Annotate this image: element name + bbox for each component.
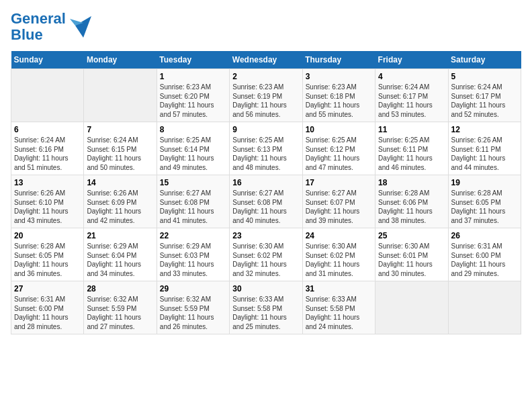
day-number: 7 — [87, 125, 153, 134]
calendar-cell: 19Sunrise: 6:28 AM Sunset: 6:05 PM Dayli… — [448, 175, 521, 228]
calendar-cell: 22Sunrise: 6:29 AM Sunset: 6:03 PM Dayli… — [157, 228, 229, 281]
calendar-cell: 4Sunrise: 6:24 AM Sunset: 6:17 PM Daylig… — [375, 69, 448, 122]
day-info: Sunrise: 6:29 AM Sunset: 6:03 PM Dayligh… — [160, 242, 226, 278]
weekday-header-wednesday: Wednesday — [230, 51, 302, 69]
day-info: Sunrise: 6:24 AM Sunset: 6:17 PM Dayligh… — [378, 83, 445, 119]
calendar-cell — [11, 69, 84, 122]
day-info: Sunrise: 6:25 AM Sunset: 6:13 PM Dayligh… — [232, 136, 299, 172]
calendar-cell: 27Sunrise: 6:31 AM Sunset: 6:00 PM Dayli… — [11, 281, 84, 334]
day-info: Sunrise: 6:26 AM Sunset: 6:11 PM Dayligh… — [451, 136, 518, 172]
week-row-5: 27Sunrise: 6:31 AM Sunset: 6:00 PM Dayli… — [11, 281, 521, 334]
weekday-header-saturday: Saturday — [448, 51, 521, 69]
weekday-header-sunday: Sunday — [11, 51, 84, 69]
day-number: 3 — [306, 72, 372, 81]
day-info: Sunrise: 6:28 AM Sunset: 6:05 PM Dayligh… — [14, 242, 81, 278]
day-number: 20 — [14, 231, 81, 240]
day-number: 30 — [232, 284, 299, 293]
calendar-cell: 30Sunrise: 6:33 AM Sunset: 5:58 PM Dayli… — [230, 281, 302, 334]
page-header: General Blue — [11, 11, 521, 43]
calendar-cell: 2Sunrise: 6:23 AM Sunset: 6:19 PM Daylig… — [230, 69, 302, 122]
calendar-cell: 3Sunrise: 6:23 AM Sunset: 6:18 PM Daylig… — [302, 69, 375, 122]
day-number: 10 — [306, 125, 372, 134]
day-number: 21 — [87, 231, 153, 240]
day-info: Sunrise: 6:26 AM Sunset: 6:10 PM Dayligh… — [14, 189, 81, 225]
day-number: 12 — [451, 125, 518, 134]
day-info: Sunrise: 6:24 AM Sunset: 6:17 PM Dayligh… — [451, 83, 518, 119]
day-info: Sunrise: 6:27 AM Sunset: 6:07 PM Dayligh… — [306, 189, 372, 225]
calendar-cell: 24Sunrise: 6:30 AM Sunset: 6:02 PM Dayli… — [302, 228, 375, 281]
calendar-cell: 29Sunrise: 6:32 AM Sunset: 5:59 PM Dayli… — [157, 281, 229, 334]
weekday-header-friday: Friday — [375, 51, 448, 69]
day-info: Sunrise: 6:31 AM Sunset: 6:00 PM Dayligh… — [14, 295, 81, 331]
week-row-4: 20Sunrise: 6:28 AM Sunset: 6:05 PM Dayli… — [11, 228, 521, 281]
calendar-cell: 14Sunrise: 6:26 AM Sunset: 6:09 PM Dayli… — [84, 175, 157, 228]
calendar-cell: 6Sunrise: 6:24 AM Sunset: 6:16 PM Daylig… — [11, 122, 84, 175]
day-info: Sunrise: 6:32 AM Sunset: 5:59 PM Dayligh… — [160, 295, 226, 331]
calendar-cell: 18Sunrise: 6:28 AM Sunset: 6:06 PM Dayli… — [375, 175, 448, 228]
calendar-cell: 26Sunrise: 6:31 AM Sunset: 6:00 PM Dayli… — [448, 228, 521, 281]
day-info: Sunrise: 6:30 AM Sunset: 6:02 PM Dayligh… — [232, 242, 299, 278]
day-info: Sunrise: 6:25 AM Sunset: 6:12 PM Dayligh… — [306, 136, 372, 172]
calendar-cell: 16Sunrise: 6:27 AM Sunset: 6:08 PM Dayli… — [230, 175, 302, 228]
calendar-cell: 25Sunrise: 6:30 AM Sunset: 6:01 PM Dayli… — [375, 228, 448, 281]
day-number: 17 — [306, 178, 372, 187]
day-number: 27 — [14, 284, 81, 293]
calendar-cell: 17Sunrise: 6:27 AM Sunset: 6:07 PM Dayli… — [302, 175, 375, 228]
weekday-header-monday: Monday — [84, 51, 157, 69]
week-row-1: 1Sunrise: 6:23 AM Sunset: 6:20 PM Daylig… — [11, 69, 521, 122]
day-info: Sunrise: 6:31 AM Sunset: 6:00 PM Dayligh… — [451, 242, 518, 278]
day-number: 2 — [232, 72, 299, 81]
day-info: Sunrise: 6:23 AM Sunset: 6:19 PM Dayligh… — [232, 83, 299, 119]
day-info: Sunrise: 6:24 AM Sunset: 6:16 PM Dayligh… — [14, 136, 81, 172]
logo: General Blue — [11, 11, 91, 43]
day-number: 13 — [14, 178, 81, 187]
logo-bird-icon — [70, 13, 91, 40]
day-info: Sunrise: 6:23 AM Sunset: 6:18 PM Dayligh… — [306, 83, 372, 119]
day-info: Sunrise: 6:25 AM Sunset: 6:14 PM Dayligh… — [160, 136, 226, 172]
day-info: Sunrise: 6:28 AM Sunset: 6:05 PM Dayligh… — [451, 189, 518, 225]
day-info: Sunrise: 6:33 AM Sunset: 5:58 PM Dayligh… — [306, 295, 372, 331]
day-number: 26 — [451, 231, 518, 240]
calendar-cell: 7Sunrise: 6:24 AM Sunset: 6:15 PM Daylig… — [84, 122, 157, 175]
day-number: 28 — [87, 284, 153, 293]
svg-marker-0 — [75, 16, 91, 38]
calendar-cell: 12Sunrise: 6:26 AM Sunset: 6:11 PM Dayli… — [448, 122, 521, 175]
day-number: 11 — [378, 125, 445, 134]
calendar-cell: 13Sunrise: 6:26 AM Sunset: 6:10 PM Dayli… — [11, 175, 84, 228]
day-number: 9 — [232, 125, 299, 134]
calendar-cell: 10Sunrise: 6:25 AM Sunset: 6:12 PM Dayli… — [302, 122, 375, 175]
calendar-cell: 8Sunrise: 6:25 AM Sunset: 6:14 PM Daylig… — [157, 122, 229, 175]
day-info: Sunrise: 6:27 AM Sunset: 6:08 PM Dayligh… — [232, 189, 299, 225]
logo-general: General — [11, 10, 66, 27]
calendar-cell: 21Sunrise: 6:29 AM Sunset: 6:04 PM Dayli… — [84, 228, 157, 281]
day-number: 25 — [378, 231, 445, 240]
day-number: 19 — [451, 178, 518, 187]
day-number: 14 — [87, 178, 153, 187]
day-number: 8 — [160, 125, 226, 134]
day-number: 23 — [232, 231, 299, 240]
day-info: Sunrise: 6:29 AM Sunset: 6:04 PM Dayligh… — [87, 242, 153, 278]
weekday-header-thursday: Thursday — [302, 51, 375, 69]
day-info: Sunrise: 6:24 AM Sunset: 6:15 PM Dayligh… — [87, 136, 153, 172]
calendar-cell: 28Sunrise: 6:32 AM Sunset: 5:59 PM Dayli… — [84, 281, 157, 334]
calendar-cell: 23Sunrise: 6:30 AM Sunset: 6:02 PM Dayli… — [230, 228, 302, 281]
logo-blue: Blue — [11, 26, 43, 43]
day-info: Sunrise: 6:32 AM Sunset: 5:59 PM Dayligh… — [87, 295, 153, 331]
week-row-2: 6Sunrise: 6:24 AM Sunset: 6:16 PM Daylig… — [11, 122, 521, 175]
day-number: 31 — [306, 284, 372, 293]
day-info: Sunrise: 6:30 AM Sunset: 6:02 PM Dayligh… — [306, 242, 372, 278]
calendar-table: SundayMondayTuesdayWednesdayThursdayFrid… — [11, 51, 521, 334]
day-number: 29 — [160, 284, 226, 293]
day-number: 6 — [14, 125, 81, 134]
calendar-cell — [375, 281, 448, 334]
day-info: Sunrise: 6:27 AM Sunset: 6:08 PM Dayligh… — [160, 189, 226, 225]
calendar-cell: 9Sunrise: 6:25 AM Sunset: 6:13 PM Daylig… — [230, 122, 302, 175]
day-info: Sunrise: 6:23 AM Sunset: 6:20 PM Dayligh… — [160, 83, 226, 119]
day-info: Sunrise: 6:26 AM Sunset: 6:09 PM Dayligh… — [87, 189, 153, 225]
calendar-cell — [448, 281, 521, 334]
weekday-header-tuesday: Tuesday — [157, 51, 229, 69]
day-number: 18 — [378, 178, 445, 187]
calendar-cell — [84, 69, 157, 122]
day-number: 16 — [232, 178, 299, 187]
calendar-cell: 20Sunrise: 6:28 AM Sunset: 6:05 PM Dayli… — [11, 228, 84, 281]
